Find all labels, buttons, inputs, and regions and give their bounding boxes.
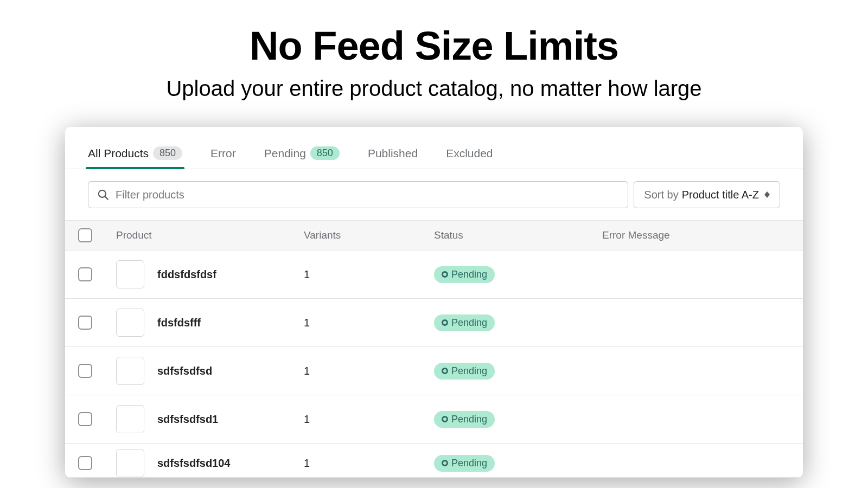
product-thumbnail [116,260,144,288]
product-name[interactable]: fddsfdsfdsf [157,268,216,281]
sort-label: Sort by [644,189,678,201]
status-badge: Pending [434,411,495,428]
product-thumbnail [116,405,144,433]
status-dot-icon [442,460,448,466]
tab-label: Pending [264,147,306,160]
row-checkbox[interactable] [78,456,92,470]
status-cell: Pending [434,455,602,472]
variants-cell: 1 [304,317,434,329]
status-dot-icon [442,271,448,278]
product-cell: sdfsfsdfsd [116,357,304,385]
row-checkbox[interactable] [78,364,92,378]
tab-label: Excluded [446,147,493,160]
tabs: All Products 850 Error Pending 850 Publi… [65,146,803,169]
col-product: Product [116,229,304,241]
row-checkbox[interactable] [78,412,92,426]
status-dot-icon [442,368,448,374]
hero-subtitle: Upload your entire product catalog, no m… [0,76,868,101]
product-thumbnail [116,357,144,385]
sort-arrows-icon [764,191,770,198]
table-row: fdsfdsfff1Pending [65,299,803,347]
status-dot-icon [442,416,448,422]
product-name[interactable]: sdfsfsdfsd1 [157,413,218,426]
table-row: sdfsfsdfsd11Pending [65,395,803,444]
product-cell: sdfsfsdfsd104 [116,449,304,477]
select-all-checkbox[interactable] [78,228,92,242]
status-badge: Pending [434,266,495,283]
variants-cell: 1 [304,365,434,377]
hero: No Feed Size Limits Upload your entire p… [0,0,868,101]
product-name[interactable]: sdfsfsdfsd [157,365,212,377]
tab-error[interactable]: Error [210,147,236,169]
tab-all-products[interactable]: All Products 850 [88,146,182,169]
product-name[interactable]: sdfsfsdfsd104 [157,457,231,470]
products-panel: All Products 850 Error Pending 850 Publi… [65,127,803,478]
filter-row: Sort by Product title A-Z [65,169,803,220]
tab-published[interactable]: Published [368,147,418,169]
status-cell: Pending [434,314,602,331]
search-icon [97,189,109,201]
tab-label: All Products [88,147,149,160]
table-row: sdfsfsdfsd1Pending [65,347,803,395]
variants-cell: 1 [304,268,434,281]
status-badge: Pending [434,363,495,380]
product-name[interactable]: fdsfdsfff [157,317,201,329]
svg-point-0 [99,190,106,197]
status-cell: Pending [434,266,602,283]
status-badge: Pending [434,455,495,472]
tab-count-badge: 850 [310,146,340,160]
tab-label: Error [210,147,236,160]
product-thumbnail [116,309,144,337]
product-cell: fdsfdsfff [116,309,304,337]
col-error: Error Message [602,229,790,241]
table-row: fddsfdsfdsf1Pending [65,251,803,299]
tab-excluded[interactable]: Excluded [446,147,493,169]
status-cell: Pending [434,411,602,428]
col-status: Status [434,229,602,241]
sort-select[interactable]: Sort by Product title A-Z [634,181,780,208]
hero-title: No Feed Size Limits [0,23,868,69]
tab-label: Published [368,147,418,160]
status-dot-icon [442,319,448,326]
status-badge: Pending [434,314,495,331]
table-row: sdfsfsdfsd1041Pending [65,444,803,478]
tab-pending[interactable]: Pending 850 [264,146,340,169]
col-variants: Variants [304,229,434,241]
svg-line-1 [105,197,108,200]
sort-value: Product title A-Z [682,189,759,201]
product-cell: sdfsfsdfsd1 [116,405,304,433]
tab-count-badge: 850 [153,146,182,160]
table-header: Product Variants Status Error Message [65,220,803,251]
product-cell: fddsfdsfdsf [116,260,304,288]
row-checkbox[interactable] [78,316,92,330]
search-box[interactable] [88,181,628,208]
row-checkbox[interactable] [78,267,92,281]
search-input[interactable] [116,189,619,201]
variants-cell: 1 [304,457,434,470]
variants-cell: 1 [304,413,434,426]
product-thumbnail [116,449,144,477]
status-cell: Pending [434,363,602,380]
